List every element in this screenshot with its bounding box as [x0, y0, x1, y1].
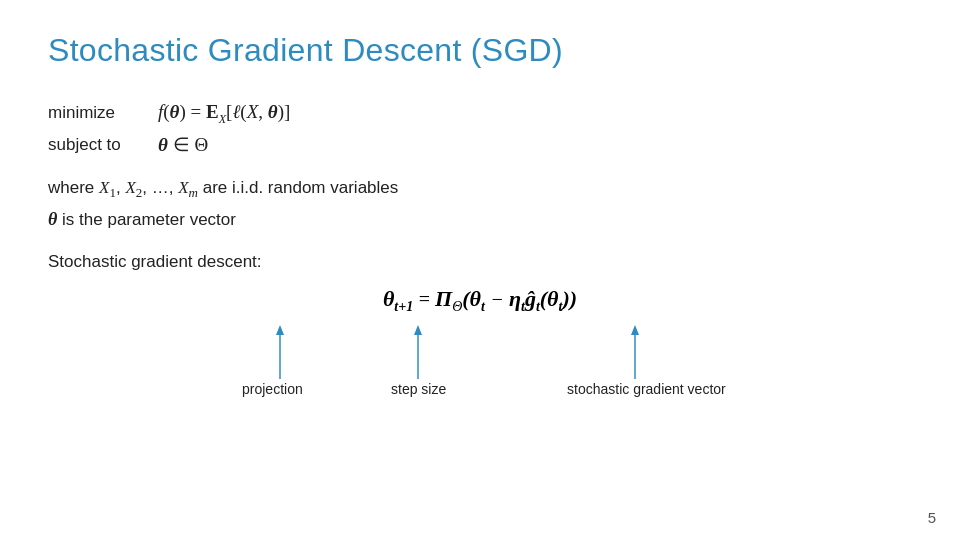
content-area: minimize f(θ) = EX[ℓ(X, θ)] subject to θ… [48, 97, 912, 276]
svg-marker-5 [631, 325, 639, 335]
formula-area: θt+1 = ΠΘ(θt − ηtĝt(θt)) projection [48, 286, 912, 389]
subject-to-formula: θ ∈ Θ [158, 130, 208, 159]
where-line: where X1, X2, …, Xm are i.i.d. random va… [48, 174, 912, 204]
sgd-label: Stochastic gradient descent: [48, 249, 912, 275]
projection-label: projection [242, 381, 303, 397]
page-number: 5 [928, 509, 936, 526]
minimize-row: minimize f(θ) = EX[ℓ(X, θ)] [48, 97, 912, 128]
sgd-formula: θt+1 = ΠΘ(θt − ηtĝt(θt)) [383, 286, 577, 315]
slide: Stochastic Gradient Descent (SGD) minimi… [0, 0, 960, 540]
svg-marker-3 [414, 325, 422, 335]
stochastic-gradient-label: stochastic gradient vector [567, 381, 726, 397]
annotations-container: projection step size stochastic gradient… [200, 319, 760, 389]
optimization-block: minimize f(θ) = EX[ℓ(X, θ)] subject to θ… [48, 97, 912, 160]
svg-marker-1 [276, 325, 284, 335]
subject-to-label: subject to [48, 132, 158, 158]
theta-line: θ is the parameter vector [48, 204, 912, 235]
step-size-label: step size [391, 381, 446, 397]
minimize-formula: f(θ) = EX[ℓ(X, θ)] [158, 97, 290, 128]
subject-to-row: subject to θ ∈ Θ [48, 130, 912, 159]
where-block: where X1, X2, …, Xm are i.i.d. random va… [48, 174, 912, 235]
arrows-svg [200, 319, 760, 389]
minimize-label: minimize [48, 100, 158, 126]
slide-title: Stochastic Gradient Descent (SGD) [48, 32, 912, 69]
